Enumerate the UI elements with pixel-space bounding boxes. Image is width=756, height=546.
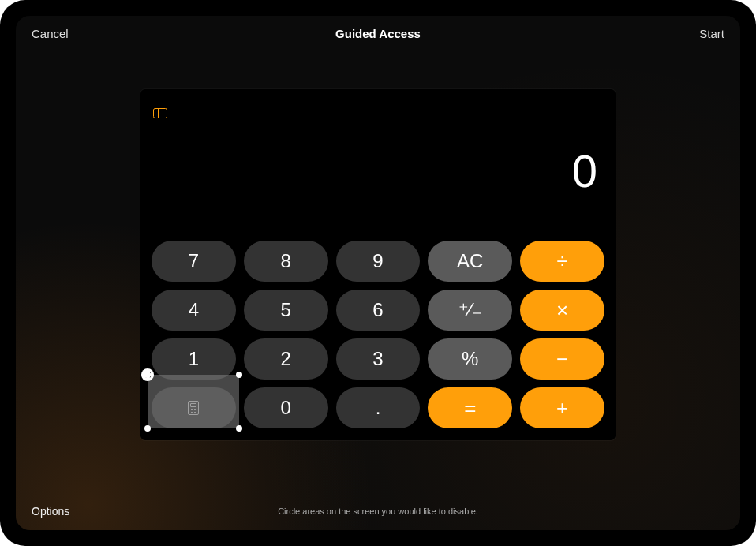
guided-access-bottombar: Options Circle areas on the screen you w…	[16, 492, 740, 530]
multiply-icon: ×	[556, 300, 568, 320]
key-multiply[interactable]: ×	[520, 290, 604, 331]
options-button[interactable]: Options	[32, 505, 69, 518]
key-5[interactable]: 5	[244, 290, 328, 331]
divide-icon: ÷	[556, 251, 567, 271]
key-7[interactable]: 7	[152, 241, 236, 282]
key-percent[interactable]: %	[428, 338, 512, 380]
key-8[interactable]: 8	[244, 241, 328, 282]
screen: Cancel Guided Access Start 0 7 8 9 AC ÷ …	[16, 16, 740, 530]
resize-handle-bottom-left[interactable]	[144, 425, 151, 432]
minus-icon: −	[556, 349, 568, 369]
key-4[interactable]: 4	[152, 290, 236, 331]
instruction-text: Circle areas on the screen you would lik…	[16, 507, 740, 516]
calculator-display: 0	[572, 144, 598, 197]
key-plus[interactable]: +	[520, 387, 604, 428]
resize-handle-top-left[interactable]	[144, 372, 151, 378]
key-3[interactable]: 3	[336, 338, 421, 380]
sidebar-toggle-icon[interactable]	[153, 108, 167, 118]
key-equals[interactable]: =	[428, 387, 512, 428]
resize-handle-bottom-right[interactable]	[236, 425, 242, 432]
key-ac[interactable]: AC	[428, 241, 512, 282]
app-preview-calculator[interactable]: 0 7 8 9 AC ÷ 4 5 6 ⁺∕₋ × 1 2 3 % −	[140, 89, 616, 440]
equals-icon: =	[464, 398, 476, 418]
key-9[interactable]: 9	[336, 241, 421, 282]
guided-access-navbar: Cancel Guided Access Start	[16, 16, 740, 50]
key-2[interactable]: 2	[244, 338, 328, 380]
key-0[interactable]: 0	[244, 387, 328, 428]
key-minus[interactable]: −	[520, 338, 604, 380]
ipad-frame: Cancel Guided Access Start 0 7 8 9 AC ÷ …	[0, 0, 756, 546]
key-1[interactable]: 1	[152, 338, 236, 380]
start-button[interactable]: Start	[699, 27, 724, 40]
key-decimal[interactable]: .	[336, 387, 421, 428]
page-title: Guided Access	[16, 27, 740, 40]
resize-handle-top-right[interactable]	[236, 372, 242, 378]
key-divide[interactable]: ÷	[520, 241, 604, 282]
key-sign[interactable]: ⁺∕₋	[428, 290, 512, 331]
key-6[interactable]: 6	[336, 290, 421, 331]
disabled-region[interactable]: ✕	[148, 375, 239, 428]
plus-icon: +	[556, 398, 568, 418]
cancel-button[interactable]: Cancel	[32, 27, 69, 40]
